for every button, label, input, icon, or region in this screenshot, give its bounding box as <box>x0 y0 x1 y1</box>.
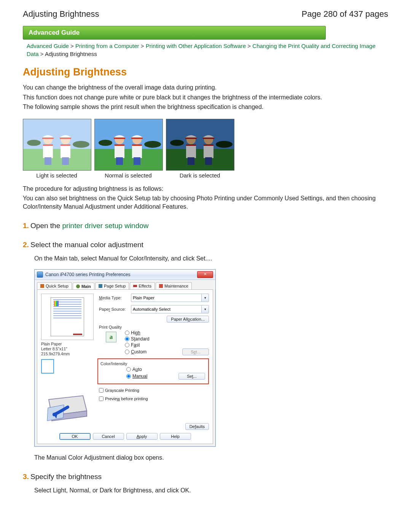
cancel-button[interactable]: Cancel <box>93 433 124 440</box>
breadcrumb-item[interactable]: Printing from a Computer <box>75 43 139 49</box>
close-button[interactable]: ✕ <box>197 271 213 278</box>
breadcrumb-item[interactable]: Printing with Other Application Software <box>146 43 246 49</box>
dialog-footer-buttons: OK Cancel Apply Help <box>41 433 209 440</box>
orientation-preview <box>41 359 54 374</box>
svg-rect-21 <box>116 157 123 165</box>
tab-effects[interactable]: Effects <box>130 282 155 289</box>
dialog-tabs: Quick Setup Main Page Setup Effects Main… <box>35 280 215 289</box>
media-type-input[interactable] <box>131 294 202 302</box>
step-title: Select the manual color adjustment <box>30 241 143 249</box>
section-banner: Advanced Guide <box>23 26 326 40</box>
printing-preferences-dialog: Canon iP4700 series Printing Preferences… <box>34 269 216 447</box>
step-number: 1. <box>23 222 29 230</box>
quality-option-fast[interactable]: Fast <box>125 342 209 348</box>
svg-rect-14 <box>23 119 91 170</box>
sample-image-light <box>23 119 91 171</box>
brightness-samples: Light is selected <box>23 119 388 179</box>
paper-source-combo[interactable]: ▾ <box>131 305 209 313</box>
apply-button[interactable]: Apply <box>126 433 158 440</box>
step-1: 1. Open the printer driver setup window <box>23 222 388 230</box>
quality-set-button: Set... <box>182 348 209 355</box>
quality-option-high[interactable]: High <box>125 330 209 335</box>
page-header: Adjusting Brightness Page 280 of 437 pag… <box>23 9 388 19</box>
help-button[interactable]: Help <box>160 433 191 440</box>
svg-rect-16 <box>95 149 162 170</box>
quality-option-custom[interactable]: Custom Set... <box>125 348 209 355</box>
procedure-note: You can also set brightness on the Quick… <box>23 194 388 211</box>
svg-rect-24 <box>132 144 142 158</box>
chevron-down-icon[interactable]: ▾ <box>202 294 209 302</box>
preview-checkbox[interactable]: Preview before printing <box>99 396 209 401</box>
step-title: Specify the brightness <box>30 473 102 481</box>
sample-image-dark <box>166 119 234 171</box>
tab-page-setup[interactable]: Page Setup <box>95 282 129 289</box>
step-number: 3. <box>23 473 29 481</box>
tab-maintenance[interactable]: Maintenance <box>156 282 192 289</box>
defaults-button[interactable]: Defaults <box>185 423 209 430</box>
page-indicator: Page 280 of 437 pages <box>301 9 388 19</box>
page-title: Adjusting Brightness <box>23 9 99 19</box>
quality-icon: a <box>106 332 116 342</box>
svg-rect-20 <box>115 144 124 146</box>
ci-set-button[interactable]: Set... <box>178 373 205 380</box>
paper-info: Plain Paper Letter 8.5"x11" 215.9x279.4m… <box>41 342 94 356</box>
page-preview <box>41 294 94 340</box>
sample-image-normal <box>94 119 163 171</box>
sample-caption: Light is selected <box>23 172 91 179</box>
svg-rect-25 <box>132 144 142 146</box>
color-intensity-label: Color/Intensity <box>100 361 205 366</box>
printer-driver-setup-link[interactable]: printer driver setup window <box>62 222 148 230</box>
svg-rect-23 <box>114 137 125 139</box>
step-3: 3. Specify the brightness Select Light, … <box>23 473 388 495</box>
svg-rect-26 <box>134 157 140 165</box>
ok-button[interactable]: OK <box>59 433 91 440</box>
step-number: 2. <box>23 241 29 249</box>
tray-illustration <box>41 384 91 422</box>
svg-point-17 <box>99 140 112 146</box>
step-2: 2. Select the manual color adjustment On… <box>23 241 388 462</box>
intro-text: This function does not change pure white… <box>23 93 388 102</box>
svg-rect-43 <box>166 119 234 170</box>
sample-caption: Dark is selected <box>166 172 234 179</box>
procedure-intro: The procedure for adjusting brightness i… <box>23 185 388 193</box>
breadcrumb-item[interactable]: Advanced Guide <box>27 43 69 49</box>
breadcrumb-current: Adjusting Brightness <box>45 51 97 57</box>
tab-pane-main: Plain Paper Letter 8.5"x11" 215.9x279.4m… <box>37 289 213 444</box>
intro-text: You can change the brightness of the ove… <box>23 83 388 92</box>
sample-caption: Normal is selected <box>94 172 162 179</box>
ci-option-manual[interactable]: Manual Set... <box>126 373 205 380</box>
svg-rect-19 <box>115 144 124 158</box>
paper-source-label: Paper Source: <box>99 307 131 312</box>
quality-option-standard[interactable]: Standard <box>125 336 209 342</box>
paper-source-input[interactable] <box>131 305 202 313</box>
step-closing: The Manual Color Adjustment dialog box o… <box>34 454 388 462</box>
app-icon <box>37 272 43 278</box>
dialog-titlebar: Canon iP4700 series Printing Preferences… <box>35 270 215 280</box>
paper-allocation-button[interactable]: Paper Allocation... <box>167 316 209 323</box>
svg-point-18 <box>144 141 161 148</box>
print-quality-label: Print Quality <box>99 325 209 329</box>
tab-main[interactable]: Main <box>73 283 94 290</box>
article-heading: Adjusting Brightness <box>23 66 388 78</box>
tab-quick-setup[interactable]: Quick Setup <box>37 282 72 289</box>
svg-rect-28 <box>131 137 143 139</box>
color-intensity-group: Color/Intensity Auto Manual Set... <box>97 358 209 384</box>
media-type-label: Media Type: <box>99 296 131 300</box>
breadcrumb: Advanced Guide > Printing from a Compute… <box>27 42 388 58</box>
intro-text: The following sample shows the print res… <box>23 103 388 111</box>
step-body: On the Main tab, select Manual for Color… <box>34 254 388 263</box>
media-type-combo[interactable]: ▾ <box>131 294 209 302</box>
grayscale-checkbox[interactable]: Grayscale Printing <box>99 388 209 393</box>
dialog-title: Canon iP4700 series Printing Preferences <box>45 272 197 277</box>
ci-option-auto[interactable]: Auto <box>126 367 205 372</box>
chevron-down-icon[interactable]: ▾ <box>202 305 209 313</box>
step-body: Select Light, Normal, or Dark for Bright… <box>34 486 388 495</box>
